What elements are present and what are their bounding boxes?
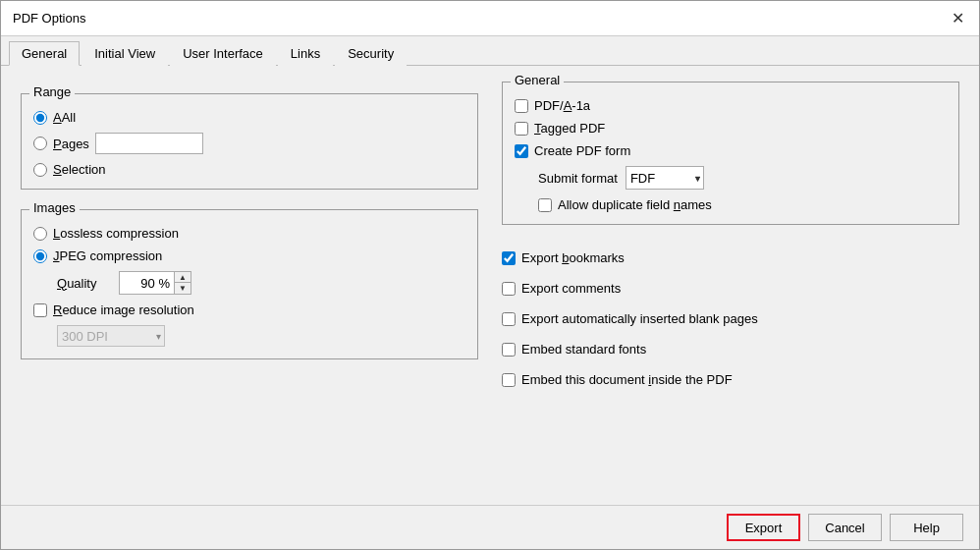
range-selection-label[interactable]: Selection	[53, 162, 105, 177]
pdfa-label[interactable]: PDF/A-1a	[534, 98, 590, 113]
export-bookmarks-checkbox[interactable]	[502, 251, 516, 265]
jpeg-radio[interactable]	[33, 249, 47, 263]
tagged-label[interactable]: Tagged PDF	[534, 121, 605, 136]
tagged-row: Tagged PDF	[515, 121, 947, 136]
quality-input[interactable]	[120, 272, 174, 294]
embed-fonts-checkbox[interactable]	[502, 343, 516, 357]
create-form-row: Create PDF form	[515, 143, 947, 158]
embed-doc-row: Embed this document inside the PDF	[502, 372, 959, 387]
export-button[interactable]: Export	[727, 514, 800, 541]
dpi-container: 300 DPI	[57, 325, 465, 347]
range-pages-label[interactable]: Pages	[53, 137, 89, 151]
quality-spinner: ▲ ▼	[119, 271, 191, 295]
embed-fonts-label[interactable]: Embed standard fonts	[521, 342, 646, 357]
spinner-buttons: ▲ ▼	[174, 272, 191, 294]
range-all-row: AAll	[33, 110, 465, 125]
cancel-button[interactable]: Cancel	[808, 514, 882, 541]
submit-format-label: Submit format	[538, 171, 618, 186]
pdfa-checkbox[interactable]	[515, 99, 528, 113]
range-selection-row: Selection	[33, 162, 465, 177]
quality-row: Quality ▲ ▼	[57, 271, 465, 295]
allow-dup-label[interactable]: Allow duplicate field names	[558, 197, 712, 212]
tab-links[interactable]: Links	[278, 41, 333, 66]
spinner-down-button[interactable]: ▼	[175, 283, 191, 294]
export-bookmarks-label[interactable]: Export bookmarks	[521, 250, 625, 265]
right-general-group: General PDF/A-1a Tagged PDF Cr	[502, 82, 959, 225]
pdf-options-dialog: PDF Options ✕ General Initial View User …	[0, 0, 980, 550]
export-blank-row: Export automatically inserted blank page…	[502, 311, 959, 326]
export-comments-checkbox[interactable]	[502, 282, 516, 296]
create-form-checkbox[interactable]	[515, 144, 528, 158]
embed-doc-label[interactable]: Embed this document inside the PDF	[521, 372, 733, 387]
images-group-title: Images	[29, 200, 80, 215]
jpeg-label[interactable]: JPEG compression	[53, 248, 162, 263]
reduce-row: Reduce image resolution	[33, 302, 465, 317]
tab-bar: General Initial View User Interface Link…	[1, 36, 979, 66]
spinner-up-button[interactable]: ▲	[175, 272, 191, 283]
embed-fonts-row: Embed standard fonts	[502, 342, 959, 357]
fdf-select-wrapper: FDF PDF HTML XML ▾	[626, 166, 704, 190]
jpeg-row: JPEG compression	[33, 248, 465, 263]
tagged-checkbox[interactable]	[515, 122, 528, 136]
export-comments-row: Export comments	[502, 281, 959, 296]
reduce-label[interactable]: Reduce image resolution	[53, 302, 194, 317]
bottom-bar: Export Cancel Help	[1, 505, 979, 549]
help-button[interactable]: Help	[890, 514, 963, 541]
quality-label: Quality	[57, 276, 111, 291]
tab-security[interactable]: Security	[335, 41, 407, 66]
fdf-select[interactable]: FDF PDF HTML XML	[626, 166, 704, 190]
create-form-label[interactable]: Create PDF form	[534, 143, 630, 158]
dialog-title: PDF Options	[13, 11, 85, 26]
range-pages-radio[interactable]	[33, 137, 47, 150]
left-panel: Range AAll Pages Sel	[21, 82, 478, 489]
main-content: Range AAll Pages Sel	[1, 66, 979, 505]
export-blank-checkbox[interactable]	[502, 312, 516, 326]
embed-doc-checkbox[interactable]	[502, 373, 516, 387]
lossless-label[interactable]: Lossless compression	[53, 226, 179, 241]
right-general-title: General	[511, 73, 564, 87]
export-bookmarks-row: Export bookmarks	[502, 250, 959, 265]
tab-user-interface[interactable]: User Interface	[170, 41, 276, 66]
lossless-row: Lossless compression	[33, 226, 465, 241]
images-group: Images Lossless compression JPEG compres…	[21, 209, 478, 359]
close-button[interactable]: ✕	[948, 9, 967, 28]
pages-input[interactable]	[95, 133, 203, 154]
tab-initial-view[interactable]: Initial View	[82, 41, 168, 66]
range-all-radio[interactable]	[33, 111, 47, 125]
range-group-title: Range	[29, 84, 75, 99]
dpi-select: 300 DPI	[57, 325, 165, 347]
dpi-select-wrapper: 300 DPI	[57, 325, 165, 347]
range-selection-radio[interactable]	[33, 163, 47, 177]
reduce-resolution-checkbox[interactable]	[33, 303, 47, 317]
allow-dup-row: Allow duplicate field names	[538, 197, 947, 212]
export-comments-label[interactable]: Export comments	[521, 281, 621, 296]
submit-format-row: Submit format FDF PDF HTML XML ▾	[538, 166, 947, 190]
allow-dup-checkbox[interactable]	[538, 198, 552, 212]
range-group: Range AAll Pages Sel	[21, 93, 478, 190]
range-all-label[interactable]: AAll	[53, 110, 76, 125]
tab-general[interactable]: General	[9, 41, 80, 66]
lossless-radio[interactable]	[33, 227, 47, 241]
pdfa-row: PDF/A-1a	[515, 98, 947, 113]
right-panel: General PDF/A-1a Tagged PDF Cr	[502, 82, 959, 489]
title-bar: PDF Options ✕	[1, 1, 979, 36]
export-blank-label[interactable]: Export automatically inserted blank page…	[521, 311, 758, 326]
range-pages-row: Pages	[33, 133, 465, 154]
